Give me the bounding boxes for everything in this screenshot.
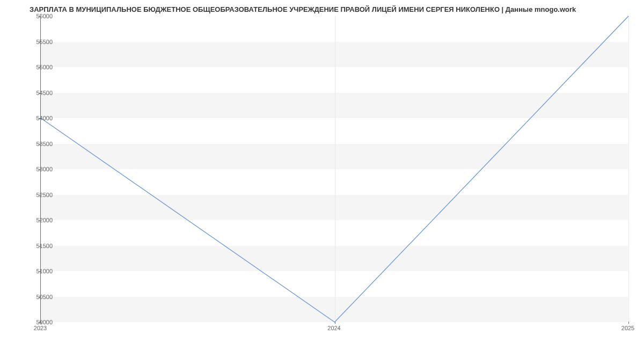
chart-container: ЗАРПЛАТА В МУНИЦИПАЛЬНОЕ БЮДЖЕТНОЕ ОБЩЕО… <box>0 0 644 349</box>
x-tick-label: 2023 <box>34 325 47 331</box>
x-tick-mark <box>628 322 629 324</box>
x-tick-label: 2025 <box>621 325 634 331</box>
x-tick-label: 2024 <box>327 325 340 331</box>
y-tick-label: 51000 <box>26 268 53 274</box>
data-line <box>41 16 628 322</box>
y-tick-label: 51500 <box>26 243 53 249</box>
y-tick-label: 54000 <box>26 115 53 121</box>
plot-area <box>40 16 628 322</box>
vertical-gridline <box>628 16 629 322</box>
y-tick-label: 52500 <box>26 192 53 198</box>
chart-line-layer <box>41 16 628 322</box>
y-tick-label: 52000 <box>26 217 53 223</box>
y-tick-label: 55000 <box>26 64 53 70</box>
y-tick-label: 55500 <box>26 39 53 45</box>
chart-title: ЗАРПЛАТА В МУНИЦИПАЛЬНОЕ БЮДЖЕТНОЕ ОБЩЕО… <box>30 5 576 13</box>
y-tick-label: 56000 <box>26 13 53 19</box>
y-tick-label: 53500 <box>26 141 53 147</box>
y-tick-label: 53000 <box>26 166 53 172</box>
y-tick-label: 54500 <box>26 90 53 96</box>
y-tick-label: 50500 <box>26 294 53 300</box>
